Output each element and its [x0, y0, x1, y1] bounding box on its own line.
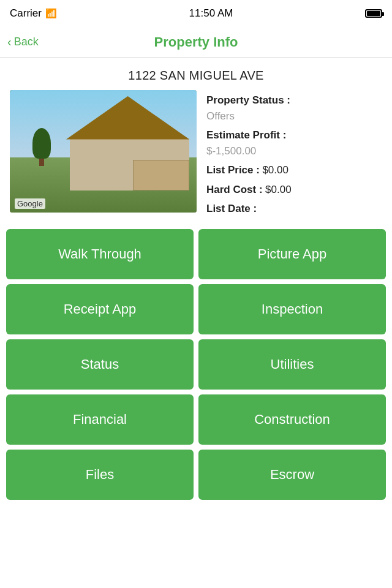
status-button[interactable]: Status	[6, 339, 194, 390]
financial-button[interactable]: Financial	[6, 394, 194, 445]
picture-app-button[interactable]: Picture App	[198, 229, 386, 279]
action-buttons-grid: Walk ThroughPicture AppReceipt AppInspec…	[0, 229, 392, 500]
hard-cost-value: $0.00	[265, 184, 292, 195]
property-status-row: Property Status : Offers	[206, 92, 382, 124]
tree-top	[32, 128, 51, 159]
receipt-app-button[interactable]: Receipt App	[6, 284, 194, 334]
estimate-profit-value: $-1,500.00	[206, 145, 256, 157]
list-date-label: List Date :	[206, 203, 257, 214]
list-price-row: List Price : $0.00	[206, 162, 382, 178]
list-price-value: $0.00	[262, 164, 288, 176]
svg-marker-0	[66, 96, 189, 139]
back-button[interactable]: ‹ Back	[7, 35, 39, 49]
status-battery	[365, 9, 382, 18]
estimate-profit-row: Estimate Profit : $-1,500.00	[206, 127, 382, 159]
escrow-button[interactable]: Escrow	[198, 450, 386, 500]
list-date-row: List Date :	[206, 201, 382, 217]
property-image-placeholder	[10, 90, 197, 213]
tree-decoration	[32, 128, 51, 166]
status-bar: Carrier 📶 11:50 AM	[0, 0, 392, 27]
property-status-label: Property Status :	[206, 94, 290, 106]
back-label: Back	[14, 36, 39, 48]
house-garage	[133, 160, 189, 190]
house-roof-svg	[66, 96, 189, 139]
property-image: Google	[10, 90, 197, 213]
page-title: Property Info	[154, 34, 238, 50]
hard-cost-row: Hard Cost : $0.00	[206, 182, 382, 198]
property-address: 1122 SAN MIGUEL AVE	[0, 58, 392, 90]
nav-bar: ‹ Back Property Info	[0, 27, 392, 58]
property-details: Property Status : Offers Estimate Profit…	[206, 90, 382, 217]
property-status-value: Offers	[206, 110, 235, 122]
hard-cost-label: Hard Cost :	[206, 184, 263, 195]
list-price-label: List Price :	[206, 164, 260, 176]
status-carrier: Carrier 📶	[10, 7, 57, 20]
property-info-row: Google Property Status : Offers Estimate…	[0, 90, 392, 229]
google-label: Google	[15, 198, 45, 209]
files-button[interactable]: Files	[6, 450, 194, 500]
wifi-icon: 📶	[45, 8, 57, 19]
battery-icon	[365, 9, 382, 18]
carrier-label: Carrier	[10, 7, 42, 20]
back-chevron-icon: ‹	[7, 35, 12, 49]
estimate-profit-label: Estimate Profit :	[206, 129, 286, 141]
battery-fill	[367, 11, 380, 16]
walk-through-button[interactable]: Walk Through	[6, 229, 194, 279]
tree-trunk	[39, 159, 44, 166]
construction-button[interactable]: Construction	[198, 394, 386, 445]
inspection-button[interactable]: Inspection	[198, 284, 386, 334]
utilities-button[interactable]: Utilities	[198, 339, 386, 390]
status-time: 11:50 AM	[189, 7, 233, 20]
